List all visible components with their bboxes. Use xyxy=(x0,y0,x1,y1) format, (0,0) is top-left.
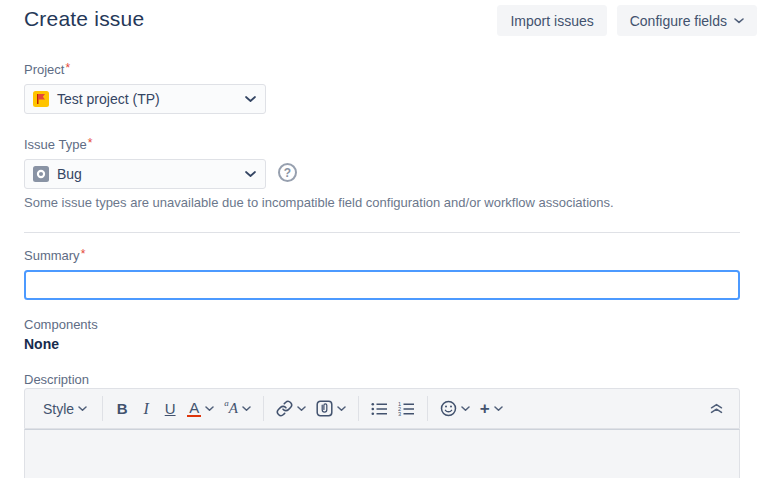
toolbar-separator xyxy=(102,396,103,421)
plus-icon: + xyxy=(480,399,490,419)
more-formatting-label: aA xyxy=(224,400,238,417)
style-dropdown-label: Style xyxy=(43,401,74,417)
description-label: Description xyxy=(24,371,89,388)
collapse-toolbar-button[interactable] xyxy=(704,395,729,423)
chevron-down-icon xyxy=(494,406,503,412)
toolbar-separator xyxy=(358,396,359,421)
paperclip-icon xyxy=(316,400,333,417)
bullet-list-button[interactable] xyxy=(366,395,393,423)
import-issues-label: Import issues xyxy=(510,13,593,29)
summary-field: Summary* xyxy=(24,247,740,300)
required-asterisk: * xyxy=(88,136,93,150)
svg-text:3: 3 xyxy=(398,411,401,416)
description-editor-toolbar: Style B I U A aA xyxy=(24,388,740,429)
configure-fields-label: Configure fields xyxy=(630,13,727,29)
help-icon[interactable]: ? xyxy=(278,163,297,182)
project-label: Project* xyxy=(24,61,266,78)
text-color-label: A xyxy=(187,400,201,417)
toolbar-separator xyxy=(263,396,264,421)
chevron-down-icon xyxy=(245,96,256,103)
required-asterisk: * xyxy=(81,247,86,261)
more-formatting-button[interactable]: aA xyxy=(219,395,256,423)
emoji-icon xyxy=(440,400,457,417)
configure-fields-button[interactable]: Configure fields xyxy=(617,5,757,36)
description-editor[interactable] xyxy=(24,429,740,478)
project-field: Project* Test project (TP) xyxy=(24,61,266,114)
bug-issue-type-icon xyxy=(33,166,49,182)
issue-type-note: Some issue types are unavailable due to … xyxy=(24,195,614,210)
underline-button[interactable]: U xyxy=(158,395,182,423)
chevron-down-icon xyxy=(734,18,744,24)
project-avatar-icon xyxy=(33,91,49,107)
attach-file-button[interactable] xyxy=(311,395,351,423)
chevron-down-icon xyxy=(242,406,251,412)
toolbar-separator xyxy=(427,396,428,421)
emoji-button[interactable] xyxy=(435,395,475,423)
chevron-down-icon xyxy=(297,406,306,412)
import-issues-button[interactable]: Import issues xyxy=(497,5,606,36)
issue-type-label: Issue Type* xyxy=(24,136,266,153)
summary-label: Summary* xyxy=(24,247,740,264)
insert-link-button[interactable] xyxy=(271,395,311,423)
style-dropdown[interactable]: Style xyxy=(35,395,95,423)
issue-type-field: Issue Type* Bug xyxy=(24,136,266,189)
project-selected-value: Test project (TP) xyxy=(57,91,160,107)
double-chevron-up-icon xyxy=(709,403,724,414)
link-icon xyxy=(276,400,293,417)
numbered-list-button[interactable]: 123 xyxy=(393,395,420,423)
section-divider xyxy=(24,232,740,233)
components-label: Components xyxy=(24,316,98,333)
page-title: Create issue xyxy=(24,7,144,31)
chevron-down-icon xyxy=(78,406,87,412)
project-select[interactable]: Test project (TP) xyxy=(24,84,266,114)
summary-input[interactable] xyxy=(24,270,740,300)
numbered-list-icon: 123 xyxy=(398,402,415,416)
header-actions: Import issues Configure fields xyxy=(497,5,757,36)
bold-button[interactable]: B xyxy=(110,395,134,423)
components-value: None xyxy=(24,336,59,352)
required-asterisk: * xyxy=(65,61,70,75)
issue-type-select[interactable]: Bug xyxy=(24,159,266,189)
issue-type-selected-value: Bug xyxy=(57,166,82,182)
bullet-list-icon xyxy=(371,402,388,416)
chevron-down-icon xyxy=(205,406,214,412)
chevron-down-icon xyxy=(461,406,470,412)
chevron-down-icon xyxy=(245,171,256,178)
insert-more-button[interactable]: + xyxy=(475,395,508,423)
italic-button[interactable]: I xyxy=(134,395,158,423)
create-issue-page: Create issue Import issues Configure fie… xyxy=(0,0,764,478)
chevron-down-icon xyxy=(337,406,346,412)
help-glyph: ? xyxy=(284,166,291,180)
text-color-button[interactable]: A xyxy=(182,395,219,423)
